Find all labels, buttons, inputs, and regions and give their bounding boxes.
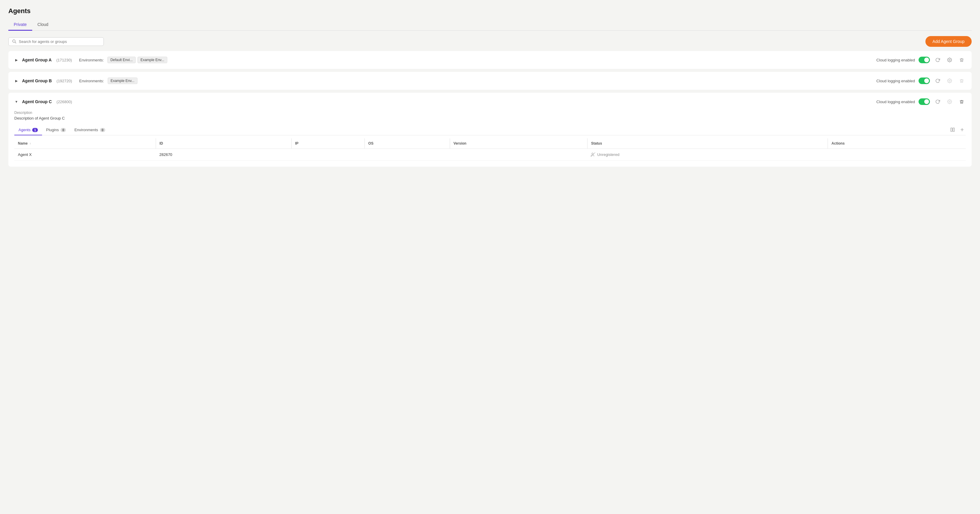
add-agent-group-button[interactable]: Add Agent Group [926,36,972,47]
tab-private[interactable]: Private [8,20,32,31]
refresh-button-a[interactable] [934,56,942,64]
cell-version [450,149,587,161]
unregistered-icon [591,152,595,157]
add-row-icon[interactable] [959,126,966,133]
sub-tab-environments-label: Environments [74,127,98,132]
environments-badge: 0 [100,128,105,132]
group-card-b: ▶ Agent Group B (192720) Environments: E… [8,72,972,90]
expand-icon-a[interactable]: ▶ [14,58,19,62]
svg-rect-5 [951,128,952,132]
sub-tab-environments[interactable]: Environments 0 [70,125,110,135]
env-tag: Default Envi... [107,57,136,63]
col-version: Version [450,138,587,149]
table-body: Agent X 282670 Unregistered [14,149,966,161]
group-id-a: (171230) [56,58,72,62]
expand-icon-c[interactable]: ▼ [14,100,19,103]
cell-ip [291,149,364,161]
status-unregistered: Unregistered [591,152,824,157]
search-icon [12,39,16,43]
group-header-a: ▶ Agent Group A (171230) Environments: D… [8,51,972,69]
group-name-c: Agent Group C [22,99,52,104]
env-tags-b: Example Env... [108,78,137,84]
group-actions-a: Cloud logging enabled [877,56,966,64]
agents-badge: 1 [32,128,38,132]
main-tabs: Private Cloud [8,20,972,31]
svg-point-4 [949,101,950,102]
settings-button-a[interactable] [945,56,954,64]
svg-point-2 [949,59,950,60]
status-text: Unregistered [597,152,619,157]
env-tags-a: Default Envi... Example Env... [107,57,167,63]
cloud-logging-label-a: Cloud logging enabled [877,58,915,62]
group-actions-c: Cloud logging enabled [877,97,966,106]
table-head: Name ↑ ID IP OS Version Status Actions [14,138,966,149]
group-card-c: ▼ Agent Group C (226800) Cloud logging e… [8,93,972,167]
svg-point-3 [949,80,950,81]
search-box [8,37,104,46]
expand-icon-b[interactable]: ▶ [14,79,19,83]
sort-icon-name: ↑ [30,142,31,145]
cloud-logging-toggle-a[interactable] [919,57,930,63]
delete-button-c[interactable] [957,97,966,106]
refresh-button-c[interactable] [934,97,942,106]
env-tag: Example Env... [108,78,137,84]
description-label: Description [14,111,966,115]
sub-tab-plugins-label: Plugins [46,127,59,132]
group-card-a: ▶ Agent Group A (171230) Environments: D… [8,51,972,69]
sub-tabs-c: Agents 1 Plugins 0 Environments 0 [14,125,966,135]
cell-actions [828,149,966,161]
cloud-logging-toggle-c[interactable] [919,99,930,105]
table-row: Agent X 282670 Unregistered [14,149,966,161]
group-actions-b: Cloud logging enabled [877,76,966,85]
env-tag: Example Env... [137,57,167,63]
group-header-b: ▶ Agent Group B (192720) Environments: E… [8,72,972,90]
group-id-b: (192720) [57,79,72,83]
group-expanded-body-c: Description Description of Agent Group C… [8,111,972,167]
sub-tab-agents-label: Agents [19,127,30,132]
svg-point-9 [592,153,593,154]
tab-cloud[interactable]: Cloud [32,20,54,31]
sub-tabs-right [949,126,966,134]
cell-os [364,149,450,161]
settings-button-c [945,97,954,106]
col-actions: Actions [828,138,966,149]
col-id: ID [156,138,291,149]
search-input[interactable] [19,39,100,44]
group-id-c: (226800) [57,100,72,104]
cell-id: 282670 [156,149,291,161]
toolbar: Add Agent Group [8,36,972,47]
cloud-logging-toggle-b[interactable] [919,78,930,84]
settings-button-b [945,76,954,85]
col-name: Name ↑ [14,138,156,149]
col-ip: IP [291,138,364,149]
description-text: Description of Agent Group C [14,116,966,121]
cloud-logging-label-b: Cloud logging enabled [877,79,915,83]
col-status: Status [587,138,827,149]
group-name-b: Agent Group B [22,78,52,83]
environments-label-b: Environments: [80,79,104,83]
delete-button-a[interactable] [957,56,966,64]
cloud-logging-label-c: Cloud logging enabled [877,100,915,104]
agents-table: Name ↑ ID IP OS Version Status Actions A… [14,138,966,161]
page-title: Agents [8,7,972,15]
table-header-row: Name ↑ ID IP OS Version Status Actions [14,138,966,149]
plugins-badge: 0 [60,128,66,132]
sub-tab-agents[interactable]: Agents 1 [14,125,42,135]
environments-label-a: Environments: [79,58,104,62]
svg-line-1 [15,42,16,43]
cell-status: Unregistered [587,149,827,161]
delete-button-b [957,76,966,85]
svg-rect-6 [953,128,955,132]
description-section: Description Description of Agent Group C [14,111,966,121]
group-name-a: Agent Group A [22,57,52,62]
cell-name: Agent X [14,149,156,161]
sub-tab-plugins[interactable]: Plugins 0 [42,125,70,135]
columns-icon[interactable] [949,126,956,133]
refresh-button-b[interactable] [934,76,942,85]
col-os: OS [364,138,450,149]
group-header-c: ▼ Agent Group C (226800) Cloud logging e… [8,93,972,111]
